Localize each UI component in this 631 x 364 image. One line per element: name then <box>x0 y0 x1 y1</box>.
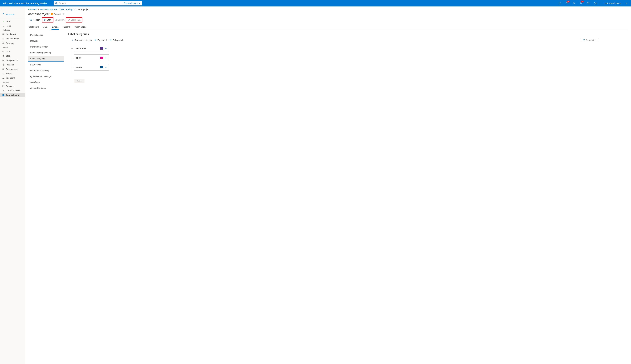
nav-item-components[interactable]: ▦Components <box>0 58 25 62</box>
nav-item-linked-services[interactable]: ∞Linked Services <box>0 88 25 93</box>
nav-item-automl[interactable]: ⚙Automated ML <box>0 36 25 41</box>
start-button[interactable]: Start <box>43 18 53 22</box>
label-data-button: Label data <box>66 18 82 22</box>
label-tree: cucumber＋apple＋onion＋ <box>70 45 628 73</box>
nav-item-home[interactable]: ⌂Home <box>0 24 25 28</box>
label-icon: ▣ <box>2 94 5 96</box>
nav-item-models[interactable]: ◇Models <box>0 71 25 76</box>
nav-item-data[interactable]: ▭Data <box>0 49 25 54</box>
search-scope-dropdown[interactable]: This workspace <box>122 2 142 4</box>
settings-item-project-details[interactable]: Project details <box>28 32 64 38</box>
status-badge: II Paused <box>51 13 61 15</box>
help-icon[interactable] <box>585 0 591 6</box>
data-icon: ▭ <box>2 50 5 53</box>
tab-vision-studio[interactable]: Vision Studio <box>74 24 87 30</box>
nav-section-assets: Assets <box>0 46 25 49</box>
notifications-icon[interactable]: 23 <box>564 0 570 6</box>
tab-data[interactable]: Data <box>43 24 48 30</box>
action-toolbar: Refresh Start Export Label data <box>28 17 628 22</box>
add-child-label-button[interactable]: ＋ <box>105 66 107 69</box>
breadcrumb-item-2[interactable]: contosoworkspace <box>40 8 57 10</box>
nav-item-notebooks[interactable]: ▤Notebooks <box>0 32 25 36</box>
workspace-name: contosoworkspace <box>604 2 621 4</box>
notifications-badge: 23 <box>566 0 570 2</box>
breadcrumb-item-3[interactable]: Data Labeling <box>60 8 72 10</box>
expand-icon: ⊞ <box>95 39 96 41</box>
label-row: cucumber＋ <box>74 45 628 52</box>
panel-heading: Label categories <box>68 33 628 36</box>
settings-item-label-export[interactable]: Label export (optional) <box>28 50 64 56</box>
topbar: Microsoft Azure Machine Learning Studio … <box>0 0 631 6</box>
main-content: Microsoft › contosoworkspace Data Labeli… <box>25 6 631 364</box>
label-chip[interactable]: apple＋ <box>74 54 109 61</box>
automl-icon: ⚙ <box>2 37 5 40</box>
label-chip[interactable]: onion＋ <box>74 64 109 70</box>
nav-item-pipelines[interactable]: ╬Pipelines <box>0 62 25 67</box>
filter-placeholder: Search to ... <box>586 39 597 41</box>
svg-point-0 <box>55 2 57 4</box>
flask-icon: ⚗ <box>2 55 5 57</box>
nav-item-data-labeling[interactable]: ▣Data Labeling <box>0 93 25 97</box>
favorite-star-icon[interactable]: ☆ <box>62 13 65 16</box>
export-icon <box>55 19 57 21</box>
svg-point-3 <box>574 3 574 4</box>
add-child-label-button[interactable]: ＋ <box>105 56 107 60</box>
label-row: onion＋ <box>74 64 628 70</box>
nav-item-new[interactable]: ＋New <box>0 19 25 24</box>
collapse-all-button[interactable]: ⊟ Collapse all <box>110 39 123 41</box>
collapse-icon: ⊟ <box>110 39 111 41</box>
nav-item-designer[interactable]: 品Designer <box>0 41 25 46</box>
page-title: contosoproject <box>28 12 50 16</box>
search-box[interactable]: This workspace <box>54 1 142 6</box>
label-chip[interactable]: cucumber＋ <box>74 45 109 52</box>
label-row: apple＋ <box>74 54 628 61</box>
settings-item-workforce[interactable]: Workforce <box>28 80 64 85</box>
settings-item-quality-control[interactable]: Quality control settings <box>28 74 64 80</box>
tab-bar: Dashboard Data Details Insights Vision S… <box>28 24 628 30</box>
search-icon <box>54 2 59 5</box>
tab-dashboard[interactable]: Dashboard <box>28 24 39 30</box>
refresh-button[interactable]: Refresh <box>28 18 42 22</box>
category-toolbar: ＋ Add label category ⊞ Expand all ⊟ Coll… <box>72 38 628 42</box>
nav-collapse-button[interactable] <box>0 6 25 12</box>
color-swatch[interactable] <box>100 47 103 50</box>
add-child-label-button[interactable]: ＋ <box>105 46 107 50</box>
nav-item-endpoints[interactable]: ☁Endpoints <box>0 76 25 80</box>
feedback-icon[interactable] <box>592 0 598 6</box>
breadcrumb-item-1[interactable]: Microsoft <box>28 8 37 10</box>
expand-all-button[interactable]: ⊞ Expand all <box>95 39 107 41</box>
settings-item-ml-assisted[interactable]: ML assisted labeling <box>28 68 64 74</box>
color-swatch[interactable] <box>100 56 103 59</box>
export-button: Export <box>54 18 66 22</box>
svg-point-4 <box>587 2 589 4</box>
settings-item-instructions[interactable]: Instructions <box>28 62 64 68</box>
play-icon <box>44 19 46 21</box>
settings-item-general[interactable]: General Settings <box>28 85 64 91</box>
label-categories-panel: Label categories ＋ Add label category ⊞ … <box>64 32 628 83</box>
settings-list: Project details Datasets Incremental ref… <box>28 32 64 91</box>
search-input[interactable] <box>59 2 122 5</box>
add-label-category-button[interactable]: ＋ Add label category <box>72 39 92 42</box>
svg-line-1 <box>57 4 57 4</box>
svg-point-6 <box>595 3 595 3</box>
nav-back-link[interactable]: Microsoft <box>0 12 25 17</box>
workspace-picker[interactable]: contosoworkspace <box>602 2 629 4</box>
tab-details[interactable]: Details <box>52 24 59 30</box>
nav-item-compute[interactable]: 🖵Compute <box>0 84 25 88</box>
tab-insights[interactable]: Insights <box>63 24 70 30</box>
settings-item-incremental-refresh[interactable]: Incremental refresh <box>28 44 64 50</box>
nav-item-jobs[interactable]: ⚗Jobs <box>0 54 25 58</box>
settings-item-label-categories[interactable]: Label categories <box>28 56 64 62</box>
home-icon: ⌂ <box>2 25 5 27</box>
label-name: onion <box>76 66 82 68</box>
filter-search-box[interactable]: Search to ... <box>581 38 599 42</box>
messages-icon[interactable]: 14 <box>578 0 584 6</box>
color-swatch[interactable] <box>100 66 103 68</box>
label-name: cucumber <box>76 47 86 50</box>
nav-item-environments[interactable]: ▥Environments <box>0 67 25 71</box>
breadcrumb-item-4: contosoproject <box>76 8 90 10</box>
settings-gear-icon[interactable] <box>571 0 577 6</box>
settings-item-datasets[interactable]: Datasets <box>28 38 64 44</box>
back-arrow-icon <box>2 13 5 16</box>
recent-icon[interactable] <box>557 0 563 6</box>
